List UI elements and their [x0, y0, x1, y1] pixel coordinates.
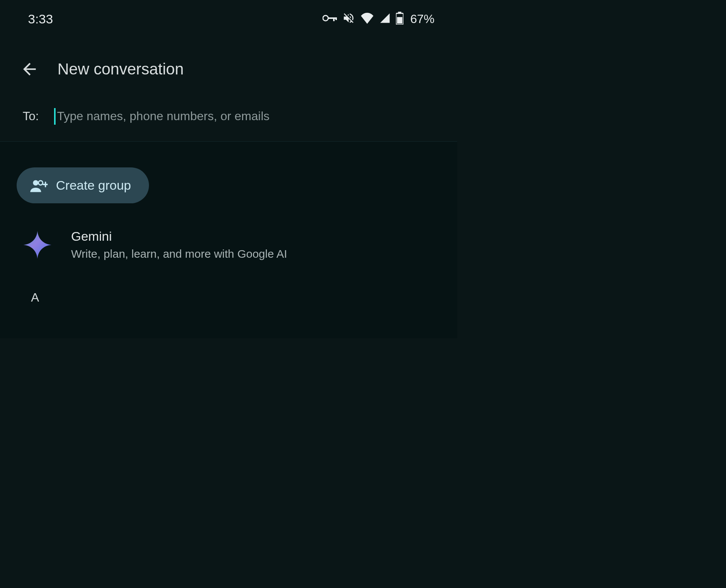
back-button[interactable]: [19, 59, 40, 80]
status-bar: 3:33 67%: [0, 0, 457, 38]
recipient-input-wrap[interactable]: [54, 109, 446, 123]
vpn-key-icon: [323, 14, 337, 24]
body-area: Create group Gemini Write, plan, learn, …: [0, 142, 457, 338]
svg-rect-6: [397, 17, 402, 23]
svg-point-0: [323, 15, 328, 21]
svg-rect-1: [328, 17, 336, 19]
svg-rect-3: [335, 17, 337, 20]
recipient-row: To:: [0, 91, 457, 142]
gemini-title: Gemini: [71, 229, 287, 244]
battery-icon: [396, 12, 403, 26]
svg-point-8: [39, 181, 43, 185]
svg-rect-2: [333, 17, 335, 21]
gemini-text: Gemini Write, plan, learn, and more with…: [71, 229, 287, 260]
group-add-icon: [30, 179, 48, 192]
recipient-input[interactable]: [54, 109, 446, 123]
gemini-icon: [23, 231, 51, 259]
mute-icon: [342, 12, 355, 26]
battery-percentage: 67%: [410, 12, 434, 26]
text-caret: [54, 108, 56, 125]
svg-point-7: [33, 180, 38, 185]
wifi-icon: [360, 12, 374, 25]
status-time: 3:33: [28, 12, 53, 26]
create-group-button[interactable]: Create group: [17, 167, 149, 203]
create-group-label: Create group: [56, 178, 131, 193]
status-icons: 67%: [323, 12, 434, 26]
gemini-subtitle: Write, plan, learn, and more with Google…: [71, 248, 287, 260]
app-bar: New conversation: [0, 38, 457, 91]
recipient-label: To:: [23, 109, 39, 123]
page-title: New conversation: [57, 60, 184, 78]
arrow-back-icon: [20, 60, 39, 79]
signal-icon: [379, 12, 391, 25]
contacts-section-header: A: [17, 291, 457, 305]
gemini-row[interactable]: Gemini Write, plan, learn, and more with…: [17, 229, 457, 260]
